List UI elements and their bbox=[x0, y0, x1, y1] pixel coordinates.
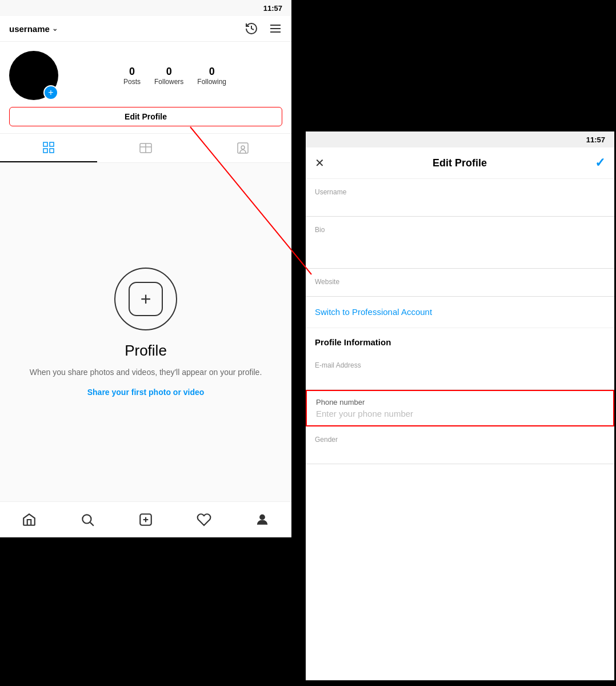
posts-count: 0 bbox=[129, 66, 135, 78]
close-button[interactable]: ✕ bbox=[315, 156, 325, 170]
gender-label: Gender bbox=[315, 436, 605, 444]
svg-point-11 bbox=[241, 146, 245, 149]
add-photo-button[interactable]: + bbox=[43, 85, 58, 100]
nav-activity[interactable] bbox=[187, 508, 221, 532]
following-count: 0 bbox=[209, 66, 215, 78]
add-post-icon[interactable]: + bbox=[129, 282, 163, 316]
edit-profile-title: Edit Profile bbox=[433, 157, 487, 169]
email-input[interactable] bbox=[315, 373, 605, 389]
svg-rect-6 bbox=[50, 149, 54, 153]
stats-container: 0 Posts 0 Followers 0 Following bbox=[67, 66, 282, 86]
nav-home[interactable] bbox=[13, 508, 46, 532]
svg-rect-10 bbox=[238, 143, 248, 153]
email-field: E-mail Address bbox=[306, 352, 614, 390]
bio-input[interactable] bbox=[315, 237, 605, 266]
tab-video[interactable] bbox=[97, 134, 194, 162]
nav-icons bbox=[245, 22, 282, 35]
followers-label: Followers bbox=[154, 78, 183, 86]
profile-section: + 0 Posts 0 Followers 0 Following bbox=[0, 42, 291, 107]
edit-profile-header: ✕ Edit Profile ✓ bbox=[306, 147, 614, 179]
top-nav: username ⌄ bbox=[0, 16, 291, 42]
username-label: Username bbox=[315, 188, 605, 196]
tab-bar bbox=[0, 133, 291, 163]
website-label: Website bbox=[315, 278, 605, 286]
menu-icon[interactable] bbox=[269, 22, 282, 35]
followers-count: 0 bbox=[166, 66, 172, 78]
svg-point-17 bbox=[260, 514, 265, 520]
svg-line-13 bbox=[90, 523, 94, 526]
profile-info-title: Profile Information bbox=[315, 337, 391, 347]
svg-rect-4 bbox=[50, 142, 54, 146]
email-label: E-mail Address bbox=[315, 361, 605, 369]
following-stat: 0 Following bbox=[197, 66, 226, 86]
history-icon[interactable] bbox=[245, 22, 258, 35]
tab-tagged[interactable] bbox=[194, 134, 291, 162]
content-area: + Profile When you share photos and vide… bbox=[0, 163, 291, 501]
profile-title: Profile bbox=[125, 342, 167, 360]
svg-point-12 bbox=[82, 514, 91, 523]
chevron-down-icon: ⌄ bbox=[52, 25, 58, 33]
website-placeholder bbox=[315, 289, 605, 296]
bio-field: Bio bbox=[306, 217, 614, 269]
time-left: 11:57 bbox=[263, 4, 282, 13]
time-right: 11:57 bbox=[586, 135, 605, 144]
followers-stat: 0 Followers bbox=[154, 66, 183, 86]
nav-search[interactable] bbox=[71, 508, 104, 532]
status-bar-right: 11:57 bbox=[306, 131, 614, 147]
tab-grid[interactable] bbox=[0, 134, 97, 162]
profile-info-section: Profile Information bbox=[306, 328, 614, 352]
bottom-nav bbox=[0, 501, 291, 537]
username-field: Username bbox=[306, 179, 614, 217]
phone-label: Phone number bbox=[316, 398, 604, 406]
status-bar-left: 11:57 bbox=[0, 0, 291, 16]
username-input[interactable] bbox=[315, 200, 605, 216]
profile-subtitle: When you share photos and videos, they'l… bbox=[30, 366, 262, 378]
bio-label: Bio bbox=[315, 226, 605, 234]
confirm-button[interactable]: ✓ bbox=[595, 155, 605, 170]
add-post-circle: + bbox=[114, 268, 177, 330]
svg-rect-5 bbox=[43, 149, 47, 153]
switch-professional-button[interactable]: Switch to Professional Account bbox=[306, 297, 614, 328]
left-panel: 11:57 username ⌄ bbox=[0, 0, 291, 537]
posts-label: Posts bbox=[123, 78, 141, 86]
phone-placeholder-text: Enter your phone number bbox=[316, 409, 604, 418]
username-label: username bbox=[9, 24, 50, 34]
avatar-container[interactable]: + bbox=[9, 51, 58, 100]
gender-field: Gender bbox=[306, 426, 614, 464]
website-field: Website bbox=[306, 269, 614, 297]
posts-stat: 0 Posts bbox=[123, 66, 141, 86]
switch-professional-label: Switch to Professional Account bbox=[315, 307, 432, 317]
phone-field: Phone number Enter your phone number bbox=[306, 390, 614, 426]
username-nav[interactable]: username ⌄ bbox=[9, 24, 58, 34]
share-first-photo-link[interactable]: Share your first photo or video bbox=[87, 388, 205, 397]
following-label: Following bbox=[197, 78, 226, 86]
right-panel: 11:57 ✕ Edit Profile ✓ Username Bio Webs… bbox=[306, 131, 614, 680]
edit-profile-button[interactable]: Edit Profile bbox=[9, 107, 282, 126]
svg-rect-3 bbox=[43, 142, 47, 146]
gender-input[interactable] bbox=[315, 447, 605, 464]
nav-profile[interactable] bbox=[246, 508, 279, 532]
nav-add[interactable] bbox=[129, 508, 162, 532]
